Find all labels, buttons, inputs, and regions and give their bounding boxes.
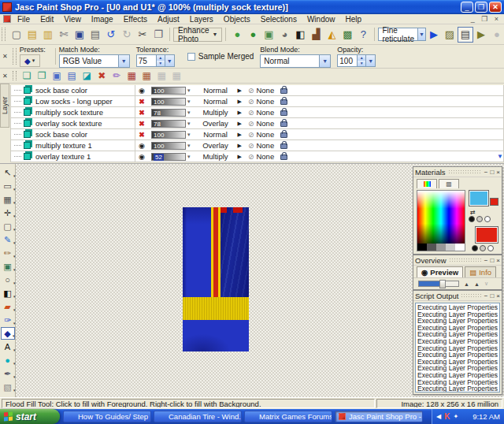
menu-item[interactable]: Help [345, 15, 361, 24]
taskbar-task-button[interactable]: Canadian Tire - Wind... [154, 411, 242, 422]
toolbar-grip[interactable] [2, 28, 6, 42]
restore-button[interactable]: ❐ [475, 2, 487, 13]
blend-mode-value[interactable]: Normal [195, 130, 236, 139]
enhance-photo-button[interactable]: Enhance Photo▼ [173, 28, 222, 42]
new-icon[interactable]: ▢ [9, 27, 24, 43]
tolerance-spinner[interactable]: 75 ▲▼ ▼ [136, 54, 175, 67]
blend-mode-value[interactable]: Multiply [195, 108, 236, 117]
open-icon[interactable]: ▤ [24, 27, 40, 43]
opacity-slider[interactable]: 78 [151, 109, 186, 117]
mdi-window-controls[interactable]: _ ❐ × [471, 15, 501, 23]
pen-tool[interactable]: ✒ [1, 367, 15, 380]
browse-icon[interactable]: ▥ [40, 27, 56, 43]
opacity-dropdown-icon[interactable]: ▾ [187, 121, 191, 127]
blend-dropdown-icon[interactable]: ▶ [238, 99, 242, 105]
close-icon[interactable]: × [496, 257, 500, 264]
swap-colors-icon[interactable]: ⇄ [470, 209, 476, 216]
overview-title-bar[interactable]: Overview −□× [413, 255, 502, 266]
copy-icon[interactable]: ❐ [150, 27, 166, 43]
opacity-dropdown-icon[interactable]: ▾ [187, 154, 191, 160]
undo-icon[interactable]: ↺ [103, 27, 119, 43]
minimize-icon[interactable]: − [484, 169, 488, 176]
run-script-icon[interactable]: ▶ [473, 27, 489, 43]
blend-mode-value[interactable]: Overlay [195, 119, 236, 128]
gradient-style-icon[interactable] [476, 216, 483, 222]
visibility-toggle-icon[interactable]: ◉✖ [135, 98, 148, 106]
layer-row[interactable]: Low socks - long upper ◉✖ 100 ▾ Normal ▶… [10, 96, 504, 107]
gradient-style-icon[interactable] [480, 245, 486, 251]
materials-title-bar[interactable]: Materials −□× [413, 167, 502, 177]
dodge-burn-tool[interactable]: ◧ [1, 287, 15, 299]
opacity-slider[interactable]: 100 [151, 98, 186, 106]
selection-tool[interactable]: ▢ [1, 220, 15, 232]
context-help-icon[interactable]: ? [355, 27, 371, 43]
menu-item[interactable]: Objects [224, 15, 250, 24]
mask-hide-all-icon[interactable]: ▦ [139, 69, 154, 83]
blend-dropdown-icon[interactable]: ▶ [238, 143, 242, 149]
blend-mode-select[interactable]: Normal▼ [260, 54, 331, 68]
document-canvas[interactable] [183, 207, 249, 351]
visibility-toggle-icon[interactable]: ◉✖ [135, 109, 148, 117]
lock-icon[interactable] [280, 143, 287, 149]
menu-item[interactable]: Selections [261, 15, 297, 24]
toolbar-grip[interactable] [13, 71, 17, 81]
blend-dropdown-icon[interactable]: ▶ [238, 132, 242, 138]
pan-tool[interactable]: ↖ [1, 166, 15, 179]
layer-row[interactable]: overlay texture 1 ◉✖ 52 ▾ Multiply ▶ ⊘ N… [10, 151, 504, 162]
layers-scroll-down-icon[interactable]: ▼ [497, 153, 503, 160]
airbrush-tool[interactable]: ✑ [1, 314, 15, 326]
paintbrush-tool[interactable]: ✏ [1, 247, 15, 259]
print-icon[interactable]: ▤ [87, 27, 103, 43]
taskbar-task-button[interactable]: How To Guides/ Step ... [63, 411, 151, 422]
save-icon[interactable]: ▣ [72, 27, 87, 43]
layer-row[interactable]: sock base color ◉✖ 100 ▾ Normal ▶ ⊘ None [10, 85, 504, 96]
frame-tab[interactable] [417, 179, 437, 188]
blend-mode-value[interactable]: Multiply [195, 152, 236, 161]
lock-icon[interactable] [280, 121, 287, 127]
blend-mode-value[interactable]: Normal [195, 86, 236, 95]
visibility-toggle-icon[interactable]: ◉✖ [135, 87, 148, 95]
stop-script-icon[interactable]: ● [489, 27, 504, 43]
sample-merged-checkbox[interactable]: Sample Merged [187, 52, 254, 61]
new-layer-group-icon[interactable]: ▤ [65, 69, 80, 83]
photo-frame-icon[interactable]: ▣ [261, 27, 276, 43]
close-icon[interactable]: × [496, 169, 500, 176]
link-layer-icon[interactable]: ◪ [80, 69, 94, 83]
link-set-value[interactable]: None [256, 130, 274, 139]
grayscale-strip[interactable] [417, 244, 465, 251]
menu-item[interactable]: View [64, 15, 81, 24]
opacity-dropdown-icon[interactable]: ▾ [187, 132, 191, 138]
maximize-icon[interactable]: □ [490, 169, 494, 176]
picture-frame-tool[interactable]: ▧ [1, 381, 15, 393]
script-select[interactable]: Fine reticulate▼ [378, 28, 426, 41]
menu-item[interactable]: Image [91, 15, 113, 24]
crop-tool[interactable]: ▦ [1, 193, 15, 206]
opacity-dropdown-icon[interactable]: ▾ [187, 143, 191, 149]
pattern-style-icon[interactable] [487, 245, 494, 251]
minimize-button[interactable]: _ [461, 2, 473, 13]
opacity-slider[interactable]: 100 [151, 142, 186, 150]
edit-script-icon[interactable]: ▨ [442, 27, 458, 43]
layer-row[interactable]: sock base color ◉✖ 100 ▾ Normal ▶ ⊘ None [10, 129, 504, 140]
color-picker[interactable] [417, 190, 465, 251]
twain-acquire-icon[interactable]: ✄ [56, 27, 72, 43]
blend-mode-value[interactable]: Normal [195, 97, 236, 106]
opacity-dropdown-icon[interactable]: ▾ [187, 110, 191, 116]
layer-row[interactable]: multiply sock texture ◉✖ 78 ▾ Multiply ▶… [10, 107, 504, 118]
lock-icon[interactable] [280, 88, 287, 94]
text-tool[interactable]: A [1, 340, 15, 353]
zoom-slider[interactable] [418, 281, 459, 287]
texture-icon[interactable]: ▩ [339, 27, 355, 43]
close-palette-icon[interactable]: ✕ [2, 53, 8, 60]
link-set-value[interactable]: None [256, 119, 274, 128]
taskbar-task-button[interactable]: Matrix Games Forums... [244, 411, 332, 422]
eraser-tool[interactable]: ▰ [1, 300, 15, 313]
preview-tab[interactable]: ◉Preview [417, 266, 463, 277]
opacity-dropdown-icon[interactable]: ▾ [187, 99, 191, 105]
menu-item[interactable]: Window [307, 15, 335, 24]
flood-fill-tool[interactable]: ◆ [1, 327, 15, 340]
background-color-mini-swatch[interactable] [490, 198, 498, 206]
preset-shapes-tool[interactable]: ● [1, 354, 15, 366]
minimize-icon[interactable]: − [484, 292, 488, 299]
opacity-dropdown-icon[interactable]: ▾ [187, 87, 191, 94]
